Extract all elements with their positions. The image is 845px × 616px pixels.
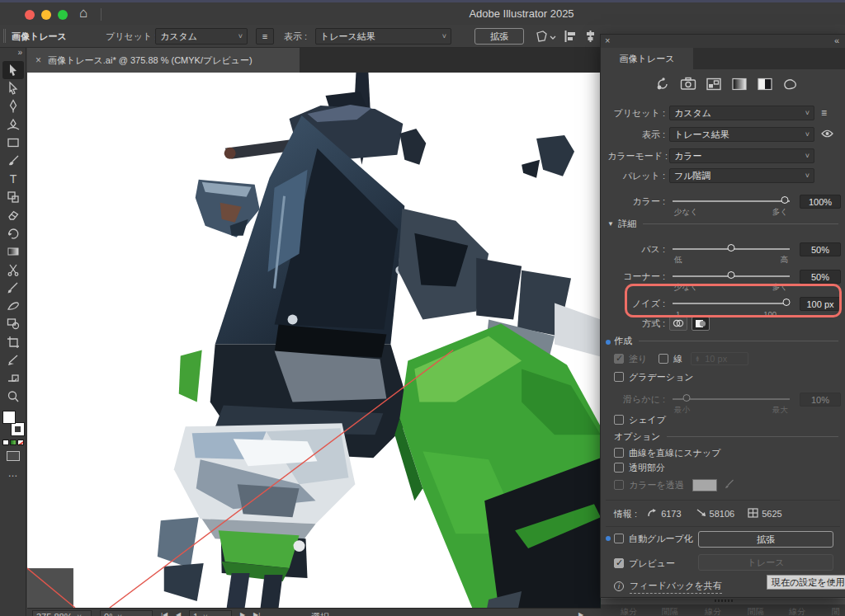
scissors-tool[interactable] [2,261,24,279]
color-mode-select[interactable]: カラー ˅ [669,148,814,163]
stroke-checkbox[interactable] [659,354,668,364]
gradient-tool[interactable] [2,242,24,261]
info-circle-icon: i [614,581,624,591]
smooth-slider-knob [683,394,691,402]
noise-slider-knob[interactable] [782,299,790,306]
collapse-panel-icon[interactable]: « [834,35,839,45]
palette-select[interactable]: フル階調 ˅ [669,168,814,183]
path-value-field[interactable]: 50% [800,242,841,256]
noise-slider[interactable]: 1 100 [673,298,790,309]
stroke-swatch[interactable] [12,423,24,435]
close-tab-icon[interactable]: × [35,54,41,66]
artboard-number-dropdown[interactable]: 1 ˅ [189,610,232,616]
rectangle-tool[interactable] [2,134,24,152]
expand-button[interactable]: 拡張 [474,28,524,45]
curvature-tool[interactable] [2,115,24,134]
detail-section-header[interactable]: ▼ 詳細 [607,218,838,230]
corner-value-field[interactable]: 50% [800,270,841,284]
edit-toolbar-icon[interactable]: … [0,468,26,479]
preset-select[interactable]: カスタム ˅ [669,106,814,120]
eyedropper-tool[interactable] [2,279,24,297]
preview-checkbox-label: プレビュー [629,557,675,570]
color-button[interactable] [2,440,9,445]
view-dropdown[interactable]: トレース結果 ˅ [315,28,451,45]
gradient-checkbox-label: グラデーション [629,371,694,383]
view-select[interactable]: トレース結果 ˅ [669,127,814,142]
preset-dropdown[interactable]: カスタム ˅ [155,28,248,45]
method-overlapping-button[interactable] [692,317,710,331]
transparency-checkbox[interactable] [614,463,624,473]
dash-label: 線分 [789,606,805,616]
pen-tool[interactable] [2,97,24,115]
eye-icon[interactable] [821,129,833,140]
color-slider[interactable]: 少なく 多く [673,195,790,207]
zoom-tool[interactable] [2,388,24,406]
controlbar-grip[interactable] [3,29,6,43]
symbol-sprayer-tool[interactable] [2,297,24,315]
prev-artboard-icon[interactable]: ◀ [176,611,181,616]
artboard-canvas[interactable] [27,73,601,608]
share-feedback-link[interactable]: フィードバックを共有 [630,580,722,594]
toolbar-expand-icon[interactable]: » [0,48,26,61]
corner-slider-knob[interactable] [728,271,735,279]
drawing-mode-button[interactable] [7,451,20,461]
rotate-view-tool[interactable] [2,224,24,242]
shaper-tool[interactable] [2,369,24,388]
fill-stroke-indicator[interactable] [2,411,24,435]
none-button[interactable] [17,440,24,445]
black-and-white-preset-icon[interactable] [756,76,774,92]
last-artboard-icon[interactable]: ▶| [253,611,260,616]
stroke-width-stepper[interactable]: ▲▼ 10 px [691,352,748,365]
panel-resize-grip[interactable] [715,600,733,602]
grayscale-preset-icon[interactable] [730,76,748,92]
shape-checkbox-label: シェイプ [629,414,666,426]
high-color-preset-icon[interactable] [679,76,697,92]
color-value-field[interactable]: 100% [800,195,841,209]
zoom-level-dropdown[interactable]: 375.88% ˅ [32,610,92,616]
path-slider[interactable]: 低 高 [673,243,790,255]
low-color-preset-icon[interactable] [705,76,723,92]
shape-builder-tool[interactable] [2,315,24,333]
artboard-tool[interactable] [2,333,24,351]
preview-checkbox[interactable] [614,558,624,568]
preset-label: プリセット : [106,31,157,43]
close-panel-icon[interactable]: × [605,35,610,45]
autogroup-checkbox[interactable] [614,534,624,543]
corner-slider[interactable]: 少なく 多く [673,270,790,282]
stroke-checkbox-label: 線 [673,353,682,365]
document-tab[interactable]: × 画像トレース.ai* @ 375.88 % (CMYK/プレビュー) [27,48,300,73]
view-label: 表示 : [284,31,307,43]
slice-tool[interactable] [2,351,24,369]
noise-value-field[interactable]: 100 px [800,297,841,311]
eraser-tool[interactable] [2,206,24,224]
snap-checkbox[interactable] [614,448,624,458]
scale-tool[interactable] [2,188,24,206]
align-center-icon[interactable] [584,31,597,44]
color-slider-knob[interactable] [781,196,789,204]
direct-selection-tool[interactable] [2,79,24,97]
paintbrush-tool[interactable] [2,152,24,170]
path-slider-knob[interactable] [728,244,735,252]
trace-panel-toggle-icon[interactable]: ≡ [256,28,274,45]
align-left-icon[interactable] [564,31,577,44]
fill-swatch[interactable] [2,411,16,424]
first-artboard-icon[interactable]: |◀ [161,611,168,616]
status-play-icon[interactable]: ▶ [578,611,583,616]
preset-menu-icon[interactable]: ≡ [821,107,827,119]
shape-checkbox[interactable] [614,415,624,425]
method-abutting-button[interactable] [669,317,687,331]
gradient-button[interactable] [10,440,17,445]
next-artboard-icon[interactable]: ▶ [240,611,245,616]
expand-trace-button[interactable]: 拡張 [698,531,833,548]
panel-tab-row: 画像トレース [601,48,845,69]
image-trace-tab[interactable]: 画像トレース [601,48,693,69]
selection-tool[interactable] [2,61,24,79]
autogroup-checkbox-label: 自動グループ化 [629,533,693,545]
document-setup-icon[interactable] [535,30,556,45]
outline-preset-icon[interactable] [781,76,800,92]
auto-color-preset-icon[interactable] [654,76,672,92]
fill-checkbox[interactable] [614,354,624,364]
rotation-dropdown[interactable]: 0° ˅ [100,610,153,616]
gradient-checkbox[interactable] [614,372,624,382]
type-tool[interactable]: T [2,170,24,188]
